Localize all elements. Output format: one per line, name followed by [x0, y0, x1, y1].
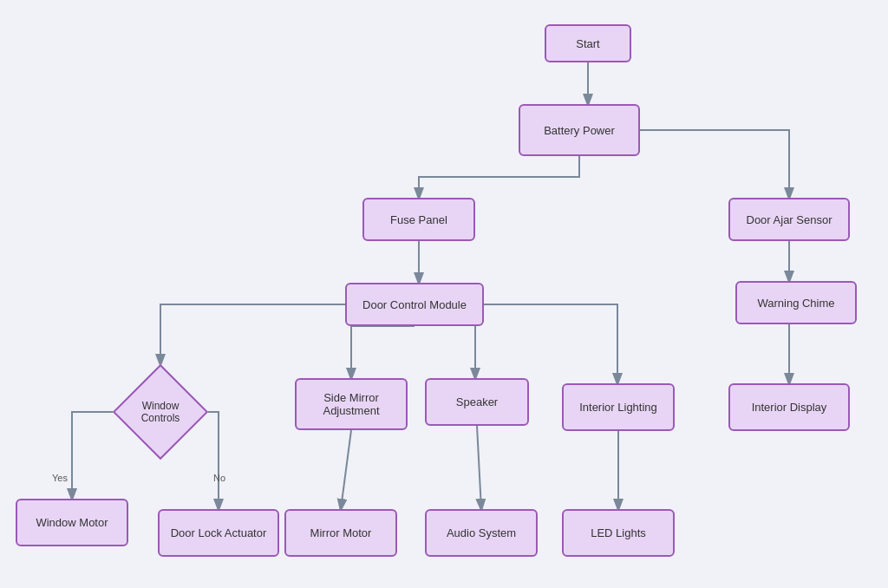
node-door-ajar-sensor: Door Ajar Sensor: [728, 198, 850, 241]
node-window-controls: Window Controls: [113, 364, 208, 460]
flowchart-diagram: Start Battery Power Fuse Panel Door Ajar…: [0, 0, 888, 588]
node-led-lights: LED Lights: [562, 509, 675, 557]
node-mirror-motor: Mirror Motor: [284, 509, 397, 557]
label-no: No: [213, 473, 225, 483]
node-warning-chime: Warning Chime: [735, 281, 857, 324]
svg-line-5: [341, 430, 351, 509]
svg-line-6: [477, 426, 481, 509]
node-door-lock-actuator: Door Lock Actuator: [158, 509, 279, 557]
node-door-control-module: Door Control Module: [345, 283, 484, 326]
node-side-mirror-adjustment: Side MirrorAdjustment: [295, 378, 408, 430]
node-window-motor: Window Motor: [16, 499, 128, 546]
node-audio-system: Audio System: [425, 509, 538, 557]
node-battery-power: Battery Power: [519, 104, 640, 156]
label-yes: Yes: [52, 473, 68, 483]
node-start: Start: [545, 24, 631, 62]
node-interior-lighting: Interior Lighting: [562, 383, 675, 431]
node-speaker: Speaker: [425, 378, 529, 426]
node-interior-display: Interior Display: [728, 383, 850, 431]
node-fuse-panel: Fuse Panel: [362, 198, 475, 241]
